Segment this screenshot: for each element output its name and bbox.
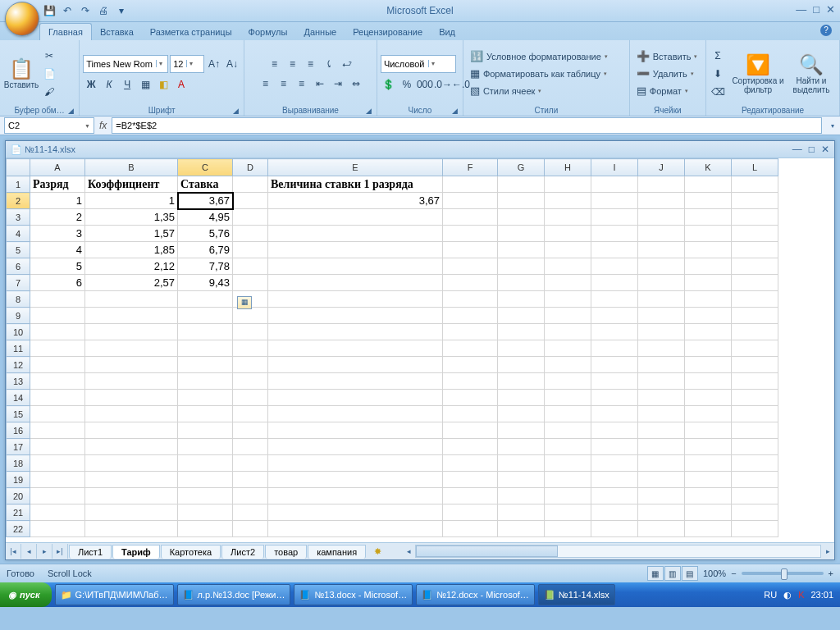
row-header[interactable]: 11 [7,340,30,357]
cell[interactable]: Коэффициент [85,176,178,193]
cell[interactable] [178,472,233,488]
cell[interactable] [85,291,178,308]
cell[interactable] [85,439,178,455]
row-header[interactable]: 12 [7,357,30,373]
cell[interactable] [732,226,778,242]
cell[interactable] [85,504,178,521]
cell[interactable] [638,521,685,537]
cell[interactable] [685,324,732,340]
row-header[interactable]: 20 [7,488,30,504]
delete-cells-button[interactable]: ➖Удалить▾ [633,66,697,82]
cell[interactable] [685,455,732,472]
cell[interactable] [178,488,233,504]
cell[interactable] [732,209,778,226]
cell[interactable]: 3 [30,226,85,242]
cell[interactable] [498,308,545,324]
cell[interactable] [85,357,178,373]
tab-formulas[interactable]: Формулы [240,24,296,40]
horizontal-scrollbar[interactable]: ◂ ▸ [402,545,834,558]
cell[interactable] [30,406,85,422]
row-header[interactable]: 14 [7,390,30,406]
cell[interactable] [498,176,545,193]
col-header[interactable]: L [732,159,778,176]
cell[interactable] [591,176,638,193]
cell[interactable] [268,422,443,439]
cell[interactable] [498,488,545,504]
cell[interactable] [685,406,732,422]
cell[interactable]: Величина ставки 1 разряда [268,176,443,193]
row-header[interactable]: 22 [7,521,30,537]
tab-view[interactable]: Вид [431,24,463,40]
cell[interactable] [268,521,443,537]
row-header[interactable]: 17 [7,439,30,455]
cell[interactable] [591,242,638,258]
cell[interactable] [178,291,233,308]
cell[interactable] [685,521,732,537]
row-header[interactable]: 16 [7,422,30,439]
cell[interactable] [591,340,638,357]
cell[interactable] [545,357,591,373]
row-header[interactable]: 10 [7,324,30,340]
cell[interactable] [178,406,233,422]
align-bottom-icon[interactable]: ≡ [303,56,319,72]
cell[interactable] [30,308,85,324]
cell[interactable] [638,193,685,209]
cell[interactable] [638,439,685,455]
col-header[interactable]: E [268,159,443,176]
row-header[interactable]: 8 [7,291,30,308]
cell[interactable] [545,488,591,504]
font-name-combo[interactable]: Times New Rom▾ [83,55,168,73]
cell[interactable] [638,242,685,258]
row-header[interactable]: 21 [7,504,30,521]
row-header[interactable]: 4 [7,226,30,242]
cell[interactable] [685,258,732,275]
cell[interactable] [178,439,233,455]
cell[interactable] [85,390,178,406]
cell[interactable] [732,357,778,373]
cell[interactable]: Ставка [178,176,233,193]
cell[interactable] [685,291,732,308]
cell[interactable] [268,209,443,226]
select-all-corner[interactable] [7,159,30,176]
wb-close-button[interactable]: ✕ [821,144,829,155]
cell[interactable] [268,390,443,406]
cell[interactable] [591,193,638,209]
row-header[interactable]: 7 [7,275,30,291]
minimize-button[interactable]: — [796,3,806,16]
cell[interactable] [591,439,638,455]
cell[interactable] [443,472,498,488]
row-header[interactable]: 9 [7,308,30,324]
cell[interactable] [233,340,268,357]
cell[interactable] [498,390,545,406]
cell[interactable] [685,390,732,406]
cell[interactable] [233,373,268,390]
tray-kaspersky-icon[interactable]: K [798,590,804,600]
cell[interactable] [30,488,85,504]
cell[interactable] [638,488,685,504]
col-header[interactable]: K [685,159,732,176]
cell[interactable] [268,226,443,242]
cell[interactable] [443,291,498,308]
cell[interactable] [498,324,545,340]
cell[interactable] [732,242,778,258]
name-box[interactable]: C2▼ [4,117,94,134]
cell[interactable] [85,308,178,324]
cell[interactable] [685,472,732,488]
cell[interactable] [732,455,778,472]
cell[interactable] [178,390,233,406]
sheet-tab[interactable]: Лист1 [69,545,112,559]
cell[interactable] [178,422,233,439]
cell[interactable] [443,455,498,472]
cell[interactable] [685,504,732,521]
tab-nav-next-icon[interactable]: ▸ [37,544,52,559]
cell[interactable] [498,521,545,537]
sheet-tab[interactable]: Лист2 [221,545,264,559]
cell[interactable] [30,373,85,390]
cell[interactable] [498,291,545,308]
redo-icon[interactable]: ↷ [79,4,92,17]
cell[interactable] [178,340,233,357]
cell[interactable] [443,209,498,226]
autofill-options-icon[interactable]: ▦ [237,296,252,309]
cell[interactable] [685,488,732,504]
cell[interactable] [638,373,685,390]
